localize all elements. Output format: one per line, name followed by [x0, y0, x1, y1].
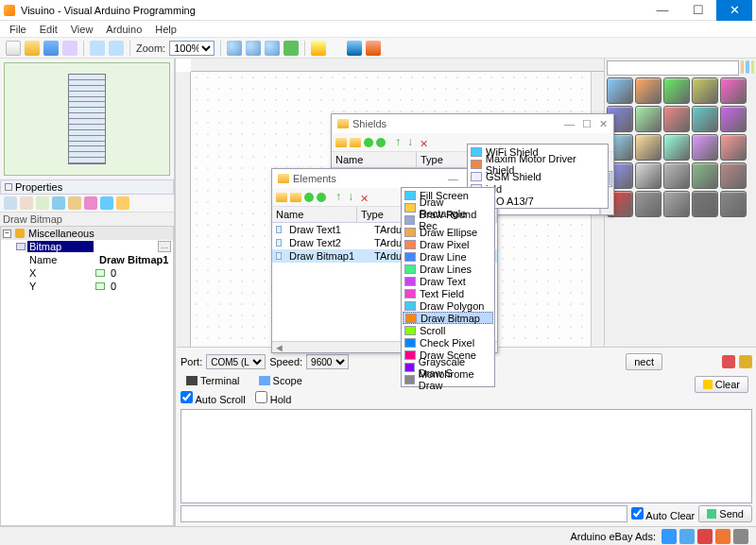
settings-icon[interactable]	[739, 355, 752, 368]
zoom-in-icon[interactable]	[227, 41, 242, 56]
collapse-icon[interactable]	[5, 183, 12, 191]
minimize-button[interactable]: —	[448, 173, 458, 185]
delete-icon[interactable]: ✕	[420, 138, 429, 147]
draw-elements-popup[interactable]: Fill ScreenDraw RectangleDraw Round RecD…	[401, 187, 495, 387]
menu-edit[interactable]: Edit	[34, 23, 63, 36]
delete-icon[interactable]	[311, 41, 326, 56]
palette-search-input[interactable]	[607, 60, 739, 76]
property-row-x[interactable]: X 0	[1, 266, 173, 280]
chip-preview[interactable]	[68, 74, 106, 164]
hold-checkbox[interactable]: Hold	[255, 391, 292, 405]
popup-item[interactable]: Draw Pixel	[403, 238, 493, 250]
property-value[interactable]: Draw Bitmap1	[95, 254, 171, 265]
palette-component[interactable]	[692, 77, 718, 104]
disconnect-icon[interactable]	[722, 355, 735, 368]
autoscroll-checkbox[interactable]: Auto Scroll	[180, 391, 246, 405]
minimize-button[interactable]: —	[644, 0, 680, 21]
property-row-y[interactable]: Y 0	[1, 280, 173, 293]
zoom-fit-icon[interactable]	[265, 41, 280, 56]
console-output[interactable]	[180, 409, 752, 503]
palette-component[interactable]	[720, 191, 747, 217]
prop-tool-icon[interactable]	[4, 196, 17, 210]
popup-item[interactable]: Text Field	[403, 287, 493, 299]
dialog-titlebar[interactable]: Shields — ☐ ✕	[332, 114, 613, 133]
save-all-icon[interactable]	[62, 41, 77, 56]
close-button[interactable]: ✕	[599, 118, 608, 130]
prop-tool-icon[interactable]	[20, 196, 33, 210]
social-icon[interactable]	[679, 529, 695, 544]
social-icon[interactable]	[733, 529, 748, 544]
menu-view[interactable]: View	[65, 23, 99, 36]
property-value[interactable]: 0	[107, 281, 171, 292]
palette-view-icon[interactable]	[746, 60, 748, 74]
zoom-out-icon[interactable]	[246, 41, 261, 56]
popup-item[interactable]: Draw Text	[403, 275, 493, 287]
speed-select[interactable]: 9600	[306, 354, 349, 369]
maximize-button[interactable]: ☐	[582, 118, 592, 130]
palette-component[interactable]	[692, 106, 718, 132]
add-icon[interactable]	[317, 193, 326, 202]
close-button[interactable]: ✕	[716, 0, 752, 21]
popup-item[interactable]: Monohrome Draw	[403, 373, 493, 385]
ellipsis-button[interactable]: …	[158, 241, 171, 252]
zoom-select[interactable]: 100%	[169, 41, 215, 56]
down-icon[interactable]: ↓	[348, 193, 357, 202]
arduino-icon[interactable]	[347, 41, 362, 56]
prop-tool-icon[interactable]	[100, 196, 113, 210]
palette-component[interactable]	[720, 162, 747, 189]
pin-icon[interactable]	[95, 269, 105, 277]
refresh-icon[interactable]	[284, 41, 299, 56]
palette-component[interactable]	[607, 77, 633, 104]
port-select[interactable]: COM5 (L	[206, 354, 266, 369]
property-row-bitmap[interactable]: Bitmap …	[1, 240, 173, 253]
maximize-button[interactable]: ☐	[680, 0, 716, 21]
autoclear-checkbox[interactable]: Auto Clear	[631, 507, 695, 521]
palette-component[interactable]	[635, 77, 662, 104]
minimize-button[interactable]: —	[564, 118, 575, 130]
tab-scope[interactable]: Scope	[253, 374, 308, 387]
dialog-titlebar[interactable]: Elements — ☐ ✕	[272, 169, 497, 188]
palette-component[interactable]	[692, 162, 718, 189]
social-icon[interactable]	[697, 529, 713, 544]
palette-component[interactable]	[663, 77, 690, 104]
popup-item[interactable]: Draw Bitmap	[403, 312, 493, 324]
property-tree[interactable]: − Miscellaneous Bitmap … Name Draw Bitma…	[0, 226, 174, 526]
upload-icon[interactable]	[366, 41, 381, 56]
up-icon[interactable]: ↑	[395, 138, 404, 147]
folder-icon[interactable]	[290, 193, 301, 202]
palette-filter-icon[interactable]	[741, 60, 744, 74]
add-icon[interactable]	[376, 138, 386, 147]
prop-tool-icon[interactable]	[84, 196, 97, 210]
palette-component[interactable]	[663, 106, 690, 132]
pin-icon[interactable]	[95, 282, 105, 290]
prop-tool-icon[interactable]	[116, 196, 129, 210]
new-file-icon[interactable]	[6, 41, 21, 56]
down-icon[interactable]: ↓	[407, 138, 417, 147]
popup-item[interactable]: Draw Lines	[403, 263, 493, 275]
property-value[interactable]: 0	[107, 267, 171, 279]
property-row-name[interactable]: Name Draw Bitmap1	[1, 253, 173, 266]
palette-component[interactable]	[663, 162, 690, 189]
collapse-icon[interactable]: −	[3, 230, 11, 238]
popup-item[interactable]: Check Pixel	[403, 336, 493, 349]
column-name[interactable]: Name	[272, 207, 357, 222]
popup-item[interactable]: Scroll	[403, 324, 493, 336]
property-category[interactable]: − Miscellaneous	[1, 227, 173, 240]
prop-tool-icon[interactable]	[52, 196, 65, 210]
palette-component[interactable]	[720, 106, 747, 132]
palette-sort-icon[interactable]	[751, 60, 754, 74]
folder-icon[interactable]	[276, 193, 287, 202]
connect-button[interactable]: nect	[626, 353, 662, 370]
delete-icon[interactable]: ✕	[360, 193, 369, 202]
add-icon[interactable]	[364, 138, 373, 147]
palette-component[interactable]	[720, 134, 747, 161]
send-input[interactable]	[180, 505, 627, 522]
popup-item[interactable]: Draw Line	[403, 250, 493, 263]
undo-icon[interactable]	[90, 41, 105, 56]
palette-component[interactable]	[663, 134, 690, 161]
menu-help[interactable]: Help	[149, 23, 182, 36]
social-icon[interactable]	[662, 529, 677, 544]
palette-component[interactable]	[663, 191, 690, 217]
folder-icon[interactable]	[350, 138, 361, 147]
folder-icon[interactable]	[335, 138, 347, 147]
